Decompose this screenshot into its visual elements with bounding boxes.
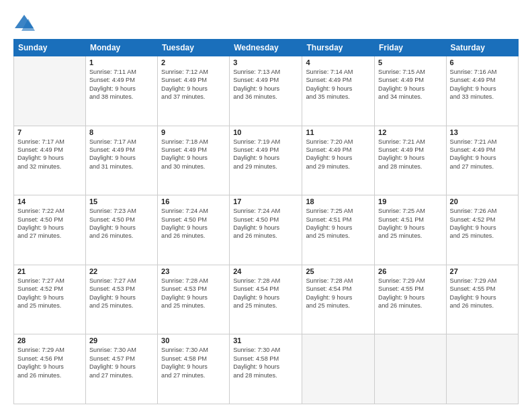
day-number: 16: [161, 197, 226, 205]
day-number: 31: [233, 336, 298, 345]
calendar-cell: 28Sunrise: 7:29 AM Sunset: 4:56 PM Dayli…: [14, 334, 86, 404]
day-number: 30: [161, 336, 226, 345]
calendar-cell: 20Sunrise: 7:26 AM Sunset: 4:52 PM Dayli…: [446, 195, 518, 265]
day-info: Sunrise: 7:17 AM Sunset: 4:49 PM Dayligh…: [89, 138, 154, 171]
day-number: 29: [89, 336, 154, 345]
calendar-cell: 13Sunrise: 7:21 AM Sunset: 4:49 PM Dayli…: [446, 126, 518, 195]
calendar-cell: 6Sunrise: 7:16 AM Sunset: 4:49 PM Daylig…: [446, 56, 518, 126]
calendar-cell: [375, 334, 447, 404]
day-info: Sunrise: 7:28 AM Sunset: 4:54 PM Dayligh…: [306, 277, 371, 310]
calendar-cell: 2Sunrise: 7:12 AM Sunset: 4:49 PM Daylig…: [158, 56, 230, 126]
calendar-week-row-3: 14Sunrise: 7:22 AM Sunset: 4:50 PM Dayli…: [14, 195, 519, 265]
day-number: 6: [450, 58, 515, 66]
header: [13, 13, 519, 32]
day-number: 7: [17, 128, 82, 136]
calendar-cell: 27Sunrise: 7:29 AM Sunset: 4:55 PM Dayli…: [446, 265, 518, 334]
calendar-cell: 15Sunrise: 7:23 AM Sunset: 4:50 PM Dayli…: [85, 195, 157, 265]
calendar-week-row-1: 1Sunrise: 7:11 AM Sunset: 4:49 PM Daylig…: [14, 56, 519, 126]
calendar-cell: 19Sunrise: 7:25 AM Sunset: 4:51 PM Dayli…: [375, 195, 447, 265]
calendar-week-row-4: 21Sunrise: 7:27 AM Sunset: 4:52 PM Dayli…: [14, 265, 519, 334]
calendar-cell: 18Sunrise: 7:25 AM Sunset: 4:51 PM Dayli…: [302, 195, 375, 265]
calendar-cell: 17Sunrise: 7:24 AM Sunset: 4:50 PM Dayli…: [230, 195, 302, 265]
day-info: Sunrise: 7:22 AM Sunset: 4:50 PM Dayligh…: [17, 207, 82, 240]
day-info: Sunrise: 7:25 AM Sunset: 4:51 PM Dayligh…: [306, 207, 371, 240]
day-info: Sunrise: 7:15 AM Sunset: 4:49 PM Dayligh…: [378, 68, 443, 101]
day-number: 11: [306, 128, 371, 136]
day-number: 27: [450, 267, 515, 275]
day-info: Sunrise: 7:20 AM Sunset: 4:49 PM Dayligh…: [306, 138, 371, 171]
day-number: 5: [378, 58, 443, 66]
calendar-cell: 4Sunrise: 7:14 AM Sunset: 4:49 PM Daylig…: [302, 56, 375, 126]
calendar-header-row: SundayMondayTuesdayWednesdayThursdayFrid…: [14, 40, 519, 56]
day-number: 18: [306, 197, 371, 205]
calendar-table: SundayMondayTuesdayWednesdayThursdayFrid…: [13, 39, 519, 404]
day-number: 22: [89, 267, 154, 275]
calendar-cell: 23Sunrise: 7:28 AM Sunset: 4:53 PM Dayli…: [158, 265, 230, 334]
calendar-cell: 8Sunrise: 7:17 AM Sunset: 4:49 PM Daylig…: [85, 126, 157, 195]
column-header-tuesday: Tuesday: [158, 40, 230, 56]
logo: [13, 13, 38, 32]
day-number: 17: [233, 197, 298, 205]
day-info: Sunrise: 7:21 AM Sunset: 4:49 PM Dayligh…: [450, 138, 515, 171]
day-info: Sunrise: 7:23 AM Sunset: 4:50 PM Dayligh…: [89, 207, 154, 240]
calendar-cell: 5Sunrise: 7:15 AM Sunset: 4:49 PM Daylig…: [375, 56, 447, 126]
day-number: 26: [378, 267, 443, 275]
day-info: Sunrise: 7:27 AM Sunset: 4:53 PM Dayligh…: [89, 277, 154, 310]
calendar-week-row-2: 7Sunrise: 7:17 AM Sunset: 4:49 PM Daylig…: [14, 126, 519, 195]
day-number: 12: [378, 128, 443, 136]
day-info: Sunrise: 7:17 AM Sunset: 4:49 PM Dayligh…: [17, 138, 82, 171]
day-info: Sunrise: 7:18 AM Sunset: 4:49 PM Dayligh…: [161, 138, 226, 171]
day-info: Sunrise: 7:19 AM Sunset: 4:49 PM Dayligh…: [233, 138, 298, 171]
day-number: 25: [306, 267, 371, 275]
day-number: 4: [306, 58, 371, 66]
day-number: 3: [233, 58, 298, 66]
column-header-wednesday: Wednesday: [230, 40, 302, 56]
day-info: Sunrise: 7:25 AM Sunset: 4:51 PM Dayligh…: [378, 207, 443, 240]
day-info: Sunrise: 7:27 AM Sunset: 4:52 PM Dayligh…: [17, 277, 82, 310]
calendar-cell: [14, 56, 86, 126]
day-number: 23: [161, 267, 226, 275]
day-number: 28: [17, 336, 82, 345]
column-header-friday: Friday: [375, 40, 447, 56]
day-number: 15: [89, 197, 154, 205]
day-number: 2: [161, 58, 226, 66]
column-header-thursday: Thursday: [302, 40, 375, 56]
day-info: Sunrise: 7:30 AM Sunset: 4:58 PM Dayligh…: [161, 346, 226, 379]
day-info: Sunrise: 7:26 AM Sunset: 4:52 PM Dayligh…: [450, 207, 515, 240]
day-number: 20: [450, 197, 515, 205]
day-info: Sunrise: 7:29 AM Sunset: 4:55 PM Dayligh…: [378, 277, 443, 310]
day-info: Sunrise: 7:21 AM Sunset: 4:49 PM Dayligh…: [378, 138, 443, 171]
column-header-saturday: Saturday: [446, 40, 518, 56]
day-info: Sunrise: 7:29 AM Sunset: 4:56 PM Dayligh…: [17, 346, 82, 379]
calendar-week-row-5: 28Sunrise: 7:29 AM Sunset: 4:56 PM Dayli…: [14, 334, 519, 404]
day-info: Sunrise: 7:28 AM Sunset: 4:54 PM Dayligh…: [233, 277, 298, 310]
calendar-cell: 26Sunrise: 7:29 AM Sunset: 4:55 PM Dayli…: [375, 265, 447, 334]
day-info: Sunrise: 7:30 AM Sunset: 4:58 PM Dayligh…: [233, 346, 298, 379]
day-number: 14: [17, 197, 82, 205]
day-info: Sunrise: 7:13 AM Sunset: 4:49 PM Dayligh…: [233, 68, 298, 101]
day-number: 24: [233, 267, 298, 275]
calendar-cell: 16Sunrise: 7:24 AM Sunset: 4:50 PM Dayli…: [158, 195, 230, 265]
calendar-cell: 21Sunrise: 7:27 AM Sunset: 4:52 PM Dayli…: [14, 265, 86, 334]
calendar-cell: 10Sunrise: 7:19 AM Sunset: 4:49 PM Dayli…: [230, 126, 302, 195]
day-number: 10: [233, 128, 298, 136]
day-number: 9: [161, 128, 226, 136]
day-info: Sunrise: 7:24 AM Sunset: 4:50 PM Dayligh…: [233, 207, 298, 240]
calendar-cell: 7Sunrise: 7:17 AM Sunset: 4:49 PM Daylig…: [14, 126, 86, 195]
calendar-cell: 14Sunrise: 7:22 AM Sunset: 4:50 PM Dayli…: [14, 195, 86, 265]
column-header-sunday: Sunday: [14, 40, 86, 56]
calendar-cell: 12Sunrise: 7:21 AM Sunset: 4:49 PM Dayli…: [375, 126, 447, 195]
day-info: Sunrise: 7:14 AM Sunset: 4:49 PM Dayligh…: [306, 68, 371, 101]
calendar-cell: [446, 334, 518, 404]
calendar-cell: 31Sunrise: 7:30 AM Sunset: 4:58 PM Dayli…: [230, 334, 302, 404]
calendar-cell: 24Sunrise: 7:28 AM Sunset: 4:54 PM Dayli…: [230, 265, 302, 334]
calendar-cell: 30Sunrise: 7:30 AM Sunset: 4:58 PM Dayli…: [158, 334, 230, 404]
day-info: Sunrise: 7:24 AM Sunset: 4:50 PM Dayligh…: [161, 207, 226, 240]
day-info: Sunrise: 7:29 AM Sunset: 4:55 PM Dayligh…: [450, 277, 515, 310]
day-number: 21: [17, 267, 82, 275]
day-info: Sunrise: 7:12 AM Sunset: 4:49 PM Dayligh…: [161, 68, 226, 101]
column-header-monday: Monday: [85, 40, 157, 56]
calendar-page: SundayMondayTuesdayWednesdayThursdayFrid…: [0, 0, 532, 411]
day-number: 1: [89, 58, 154, 66]
calendar-cell: 25Sunrise: 7:28 AM Sunset: 4:54 PM Dayli…: [302, 265, 375, 334]
